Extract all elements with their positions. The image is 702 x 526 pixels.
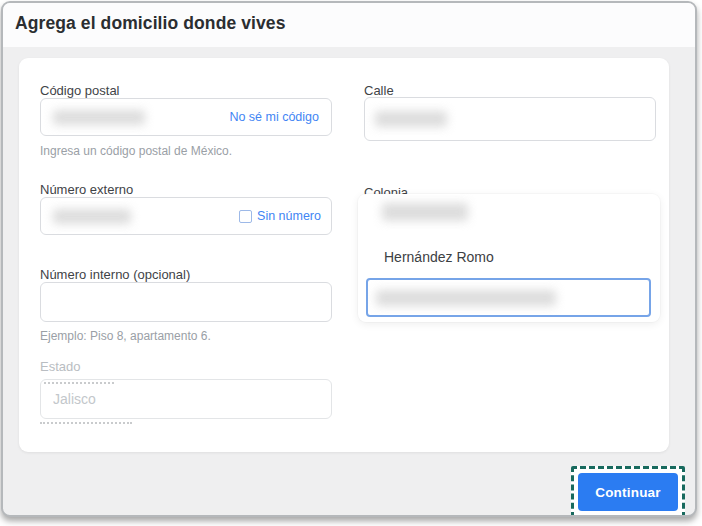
numero-interno-label: Número interno (opcional) <box>40 267 190 282</box>
redaction-artifact <box>44 382 114 384</box>
numero-externo-label: Número externo <box>40 182 133 197</box>
sin-numero-checkbox[interactable] <box>239 210 252 223</box>
colonia-dropdown-panel: Hernández Romo <box>358 194 660 322</box>
form-left-column: Código postal No sé mi código Ingresa un… <box>40 58 332 452</box>
sin-numero-checkbox-row[interactable]: Sin número <box>239 209 321 223</box>
no-se-mi-codigo-link[interactable]: No sé mi código <box>229 110 319 124</box>
redacted-value-blob <box>53 110 145 125</box>
codigo-postal-helper: Ingresa un código postal de México. <box>40 144 232 158</box>
page-title: Agrega el domicilio donde vives <box>15 13 286 34</box>
annotation-highlight-box: Continuar <box>571 466 685 517</box>
codigo-postal-input[interactable]: No sé mi código <box>40 98 332 136</box>
redacted-value-blob <box>53 209 131 224</box>
numero-externo-input[interactable]: Sin número <box>40 197 332 235</box>
sin-numero-label: Sin número <box>257 209 321 223</box>
colonia-option[interactable] <box>382 200 622 222</box>
estado-label: Estado <box>40 359 80 374</box>
numero-interno-input[interactable] <box>40 282 332 322</box>
calle-label: Calle <box>364 83 394 98</box>
estado-input <box>40 379 332 419</box>
colonia-focused-input[interactable] <box>366 278 651 317</box>
codigo-postal-label: Código postal <box>40 83 120 98</box>
redacted-value-blob <box>376 290 556 306</box>
numero-interno-helper: Ejemplo: Piso 8, apartamento 6. <box>40 329 211 343</box>
calle-input[interactable] <box>364 97 656 141</box>
colonia-option[interactable]: Hernández Romo <box>384 249 494 265</box>
continuar-button[interactable]: Continuar <box>578 473 678 511</box>
redacted-value-blob <box>375 111 447 127</box>
redacted-value-blob <box>382 203 468 221</box>
address-form-card: Código postal No sé mi código Ingresa un… <box>19 58 669 452</box>
form-right-column: Calle Colonia Hernández Romo <box>364 58 656 452</box>
dialog-header: Agrega el domicilio donde vives <box>3 3 695 47</box>
dialog-frame: Agrega el domicilio donde vives Código p… <box>1 1 697 517</box>
redaction-artifact <box>40 422 132 424</box>
